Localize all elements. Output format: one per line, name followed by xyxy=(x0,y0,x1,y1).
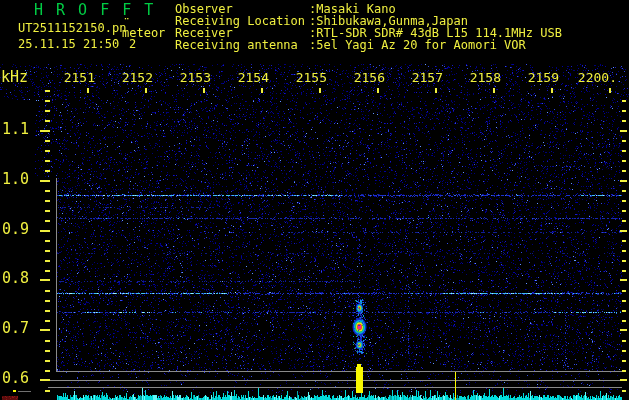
time-tick-label: 2156 xyxy=(354,71,385,84)
khz-unit-label: kHz xyxy=(1,70,28,85)
time-tick-label: 2153 xyxy=(180,71,211,84)
time-tick-label: 2154 xyxy=(238,71,269,84)
freq-tick-label: 0.8 xyxy=(2,271,29,286)
freq-tick-label: 0.9 xyxy=(2,222,29,237)
datetime-label: 25.11.15 21:50 xyxy=(18,38,119,51)
freq-tick-label: 0.7 xyxy=(2,321,29,336)
time-tick-label: 2200. xyxy=(578,71,617,84)
freq-tick-label: 1.0 xyxy=(2,172,29,187)
filename-label: UT2511152150.pn xyxy=(18,22,126,35)
time-tick-label: 2159 xyxy=(528,71,559,84)
time-tick-label: 2155 xyxy=(296,71,327,84)
app-title: H R O F F T xyxy=(34,2,155,18)
freq-tick-label: 1.1 xyxy=(2,122,29,137)
time-tick-label: 2158 xyxy=(470,71,501,84)
field-label-antenna: Receiving antenna xyxy=(175,39,298,52)
spectrogram-canvas xyxy=(0,0,629,400)
time-tick-label: 2151 xyxy=(64,71,95,84)
hrofft-screenshot: H R O F F T UT2511152150.pn ¨ meteor 25.… xyxy=(0,0,629,400)
time-tick-label: 2152 xyxy=(122,71,153,84)
echo-count: 2 xyxy=(129,38,136,51)
time-tick-label: 2157 xyxy=(412,71,443,84)
freq-tick-label: 0.6 xyxy=(2,371,29,386)
field-value-antenna: :5el Yagi Az 20 for Aomori VOR xyxy=(309,39,526,52)
